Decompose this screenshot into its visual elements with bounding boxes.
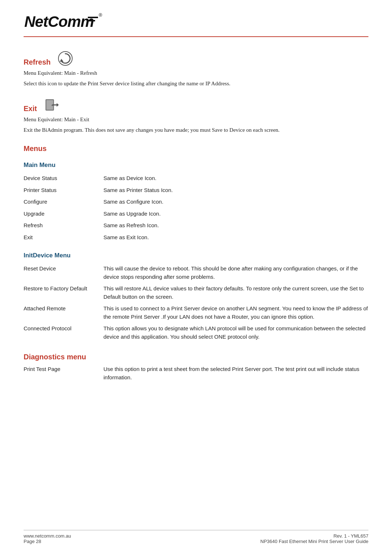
menu-item-value: Use this option to print a test sheet fr… [103, 363, 368, 383]
menu-item-label: Printer Status [24, 184, 103, 196]
table-row: Printer StatusSame as Printer Status Ico… [24, 184, 368, 196]
table-row: Attached RemoteThis is used to connect t… [24, 303, 368, 323]
exit-icon [44, 97, 60, 113]
svg-text:®: ® [99, 12, 102, 18]
menu-item-value: This will restore ALL device values to t… [103, 283, 368, 303]
main-menu-table: Device StatusSame as Device Icon.Printer… [24, 172, 368, 243]
svg-marker-9 [57, 103, 59, 107]
menu-item-label: Exit [24, 232, 103, 244]
menu-item-value: This option allows you to designate whic… [103, 323, 368, 343]
menus-heading: Menus [24, 144, 368, 153]
menu-item-value: Same as Exit Icon. [103, 232, 368, 244]
footer-rev: Rev. 1 - YML657 [260, 533, 368, 539]
refresh-heading-row: Refresh [24, 48, 368, 69]
menu-item-value: This is used to connect to a Print Serve… [103, 303, 368, 323]
table-row: Connected ProtocolThis option allows you… [24, 323, 368, 343]
table-row: UpgradeSame as Upgrade Icon. [24, 208, 368, 220]
menu-item-value: Same as Configure Icon. [103, 196, 368, 208]
footer-right: Rev. 1 - YML657 NP3640 Fast Ethernet Min… [260, 533, 368, 544]
footer: www.netcomm.com.au Page 28 Rev. 1 - YML6… [24, 530, 368, 544]
exit-heading: Exit [24, 105, 37, 113]
menu-item-value: Same as Upgrade Icon. [103, 208, 368, 220]
initdevice-menu-heading: InitDevice Menu [24, 252, 368, 259]
table-row: ConfigureSame as Configure Icon. [24, 196, 368, 208]
table-row: Reset DeviceThis will cause the device t… [24, 263, 368, 283]
svg-point-10 [52, 105, 53, 106]
diagnostics-menu-table: Print Test PageUse this option to print … [24, 363, 368, 383]
menu-item-label: Restore to Factory Default [24, 283, 103, 303]
logo-svg: NetComm ® [24, 11, 103, 30]
menu-item-label: Device Status [24, 172, 103, 184]
menu-item-label: Connected Protocol [24, 323, 103, 343]
svg-rect-1 [88, 17, 98, 18]
menu-item-label: Upgrade [24, 208, 103, 220]
menu-item-value: Same as Printer Status Icon. [103, 184, 368, 196]
menu-item-value: Same as Device Icon. [103, 172, 368, 184]
exit-description: Exit the BiAdmin program. This does not … [24, 126, 368, 134]
table-row: RefreshSame as Refresh Icon. [24, 220, 368, 232]
refresh-heading: Refresh [24, 58, 50, 66]
menu-item-value: This will cause the device to reboot. Th… [103, 263, 368, 283]
svg-text:NetComm: NetComm [24, 13, 94, 30]
menu-item-label: Configure [24, 196, 103, 208]
table-row: Restore to Factory DefaultThis will rest… [24, 283, 368, 303]
footer-product: NP3640 Fast Ethernet Mini Print Server U… [260, 539, 368, 544]
footer-website: www.netcomm.com.au [24, 533, 71, 539]
main-menu-heading: Main Menu [24, 162, 368, 169]
menu-item-label: Reset Device [24, 263, 103, 283]
table-row: ExitSame as Exit Icon. [24, 232, 368, 244]
refresh-icon [58, 51, 73, 66]
menu-item-label: Refresh [24, 220, 103, 232]
footer-page: Page 28 [24, 539, 71, 544]
exit-menu-equiv: Menu Equivalent: Main - Exit [24, 117, 368, 123]
menu-item-label: Print Test Page [24, 363, 103, 383]
menu-item-label: Attached Remote [24, 303, 103, 323]
table-row: Device StatusSame as Device Icon. [24, 172, 368, 184]
svg-marker-5 [60, 59, 64, 62]
footer-left: www.netcomm.com.au Page 28 [24, 533, 71, 544]
diagnostics-menu-heading: Diagnostics menu [24, 353, 368, 361]
refresh-menu-equiv: Menu Equivalent: Main - Refresh [24, 70, 368, 76]
svg-rect-2 [88, 20, 95, 21]
logo: NetComm ® [24, 11, 103, 32]
menu-item-value: Same as Refresh Icon. [103, 220, 368, 232]
table-row: Print Test PageUse this option to print … [24, 363, 368, 383]
header: NetComm ® [24, 11, 368, 37]
exit-heading-row: Exit [24, 94, 368, 115]
initdevice-menu-table: Reset DeviceThis will cause the device t… [24, 263, 368, 343]
refresh-description: Select this icon to update the Print Ser… [24, 79, 368, 88]
